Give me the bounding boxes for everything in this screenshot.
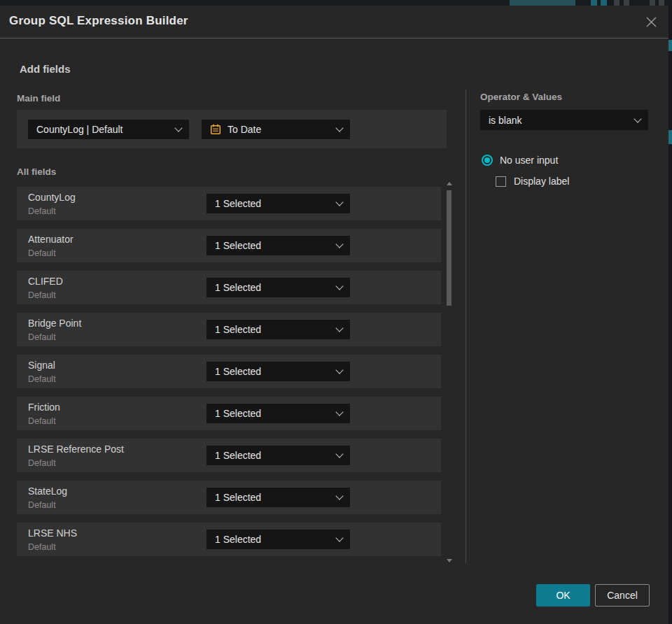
toolbar-fragment — [624, 0, 629, 6]
chevron-down-icon — [335, 124, 343, 132]
field-selected-dropdown[interactable]: 1 Selected — [206, 530, 350, 549]
field-selected-dropdown[interactable]: 1 Selected — [206, 320, 350, 339]
chevron-down-icon — [174, 124, 182, 132]
dialog-header: Group SQL Expression Builder — [0, 6, 668, 38]
field-subtitle: Default — [28, 248, 56, 258]
field-subtitle: Default — [28, 416, 56, 426]
field-selected-value: 1 Selected — [215, 534, 261, 545]
field-selected-dropdown[interactable]: 1 Selected — [206, 194, 350, 213]
field-row: StateLog Default 1 Selected — [17, 481, 441, 514]
toolbar-fragment — [591, 0, 597, 6]
ok-button[interactable]: OK — [536, 584, 590, 607]
field-selected-value: 1 Selected — [215, 492, 261, 503]
main-field-dropdown[interactable]: CountyLog | Default — [28, 120, 189, 139]
toolbar-fragment — [650, 0, 655, 6]
close-button[interactable] — [644, 15, 658, 29]
field-name: StateLog — [28, 485, 67, 497]
field-selected-value: 1 Selected — [215, 450, 261, 461]
field-selected-value: 1 Selected — [215, 366, 261, 377]
field-name: CLIFED — [28, 276, 63, 287]
field-subtitle: Default — [28, 500, 56, 510]
field-name: Attenuator — [28, 234, 74, 245]
chevron-down-icon — [335, 492, 343, 499]
field-name: LRSE Reference Post — [28, 444, 124, 455]
field-name: Signal — [28, 360, 55, 371]
chevron-down-icon — [335, 198, 343, 206]
toolbar-fragment — [601, 0, 607, 6]
field-selected-value: 1 Selected — [215, 324, 261, 335]
panel-divider — [465, 90, 466, 563]
main-attribute-dropdown[interactable]: To Date — [202, 120, 350, 139]
field-row: Bridge Point Default 1 Selected — [17, 313, 441, 346]
field-selected-dropdown[interactable]: 1 Selected — [206, 446, 350, 465]
field-name: Bridge Point — [28, 318, 81, 329]
field-row: CountyLog Default 1 Selected — [17, 187, 441, 220]
no-user-input-radio[interactable]: No user input — [482, 155, 558, 166]
operator-values-label: Operator & Values — [480, 92, 562, 102]
operator-dropdown-value: is blank — [489, 115, 522, 126]
field-selected-dropdown[interactable]: 1 Selected — [206, 278, 350, 297]
no-user-input-label: No user input — [500, 155, 558, 166]
chevron-down-icon — [335, 366, 343, 374]
all-fields-list: CountyLog Default 1 Selected Attenuator … — [17, 187, 441, 565]
field-selected-value: 1 Selected — [215, 198, 261, 209]
field-subtitle: Default — [28, 374, 56, 384]
toolbar-fragment — [659, 0, 664, 6]
main-field-dropdown-value: CountyLog | Default — [36, 124, 123, 135]
field-name: Friction — [28, 402, 60, 413]
chevron-down-icon — [335, 240, 343, 248]
field-subtitle: Default — [28, 332, 56, 342]
field-subtitle: Default — [28, 542, 56, 552]
sliver-fragment — [668, 130, 672, 144]
field-row: Signal Default 1 Selected — [17, 355, 441, 388]
scroll-up-icon[interactable] — [447, 182, 452, 185]
dialog-title: Group SQL Expression Builder — [9, 14, 188, 28]
fields-scrollbar[interactable] — [445, 179, 454, 565]
field-subtitle: Default — [28, 290, 56, 300]
field-row: CLIFED Default 1 Selected — [17, 271, 441, 304]
field-row: Friction Default 1 Selected — [17, 397, 441, 430]
display-label-checkbox[interactable]: Display label — [496, 176, 569, 187]
display-label-label: Display label — [514, 176, 569, 187]
field-selected-dropdown[interactable]: 1 Selected — [206, 404, 350, 423]
group-sql-expression-builder-dialog: Group SQL Expression Builder Add fields … — [0, 6, 668, 624]
chevron-down-icon — [335, 282, 343, 290]
field-row: Attenuator Default 1 Selected — [17, 229, 441, 262]
field-selected-value: 1 Selected — [215, 282, 261, 293]
chevron-down-icon — [335, 324, 343, 332]
main-field-box: CountyLog | Default To Date — [17, 110, 447, 148]
radio-icon — [482, 155, 493, 166]
scroll-down-icon[interactable] — [447, 559, 452, 562]
chevron-down-icon — [335, 450, 343, 458]
main-attribute-dropdown-value: To Date — [227, 124, 261, 135]
operator-dropdown[interactable]: is blank — [480, 110, 648, 130]
main-field-label: Main field — [17, 93, 60, 104]
all-fields-label: All fields — [17, 166, 56, 177]
field-selected-dropdown[interactable]: 1 Selected — [206, 362, 350, 381]
field-selected-dropdown[interactable]: 1 Selected — [206, 488, 350, 507]
field-subtitle: Default — [28, 206, 56, 216]
chevron-down-icon — [634, 115, 641, 122]
background-right-sliver — [668, 6, 672, 624]
checkbox-icon — [496, 176, 506, 187]
live-view-button[interactable]: Live view — [510, 0, 575, 6]
field-selected-dropdown[interactable]: 1 Selected — [206, 236, 350, 255]
add-fields-heading: Add fields — [20, 63, 71, 75]
field-name: LRSE NHS — [28, 527, 77, 539]
field-selected-value: 1 Selected — [215, 408, 261, 419]
close-icon — [645, 16, 657, 28]
field-selected-value: 1 Selected — [215, 240, 261, 251]
toolbar-fragment — [614, 0, 620, 6]
chevron-down-icon — [335, 408, 343, 416]
field-subtitle: Default — [28, 458, 56, 468]
field-row: LRSE Reference Post Default 1 Selected — [17, 439, 441, 472]
background-toolbar-strip: Live view — [0, 0, 672, 6]
field-name: CountyLog — [28, 192, 76, 203]
chevron-down-icon — [335, 534, 343, 541]
field-row: LRSE NHS Default 1 Selected — [17, 523, 441, 556]
cancel-button[interactable]: Cancel — [595, 584, 650, 607]
sliver-fragment — [668, 40, 672, 51]
scrollbar-thumb[interactable] — [447, 190, 451, 306]
calendar-icon — [210, 124, 221, 135]
